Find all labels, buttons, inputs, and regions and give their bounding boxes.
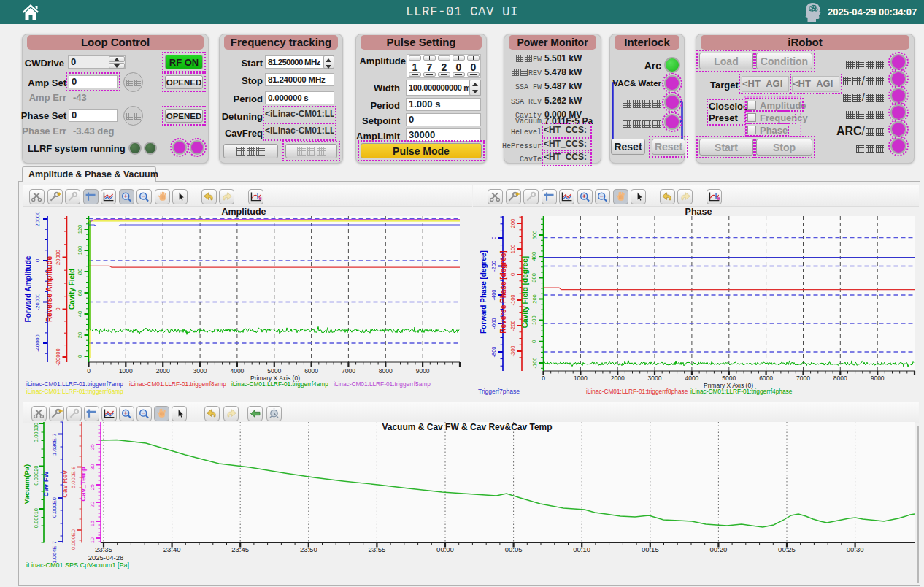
svg-text:100: 100	[77, 246, 83, 256]
svg-text:80: 80	[77, 269, 83, 275]
svg-text:0: 0	[542, 375, 545, 382]
svg-text:00:05: 00:05	[505, 545, 523, 553]
svg-text:1000: 1000	[119, 367, 133, 375]
svg-text:25: 25	[89, 484, 96, 490]
svg-text:0.00010: 0.00010	[33, 508, 39, 528]
svg-text:Forward Phase [degree]: Forward Phase [degree]	[480, 250, 488, 334]
svg-text:Vacuum(Pa): Vacuum(Pa)	[23, 464, 31, 504]
svg-text:5.000E-8: 5.000E-8	[70, 467, 77, 488]
svg-text:20000: 20000	[55, 250, 61, 265]
svg-text:Cav_Temp: Cav_Temp	[79, 467, 87, 502]
svg-text:0.000E0: 0.000E0	[51, 497, 58, 518]
svg-text:4000: 4000	[230, 367, 244, 375]
svg-text:0: 0	[77, 355, 83, 358]
svg-text:-100: -100	[509, 294, 516, 305]
svg-text:9000: 9000	[871, 375, 885, 382]
svg-text:00:00: 00:00	[436, 545, 454, 553]
svg-text:23:40: 23:40	[163, 545, 181, 553]
svg-text:0.00030: 0.00030	[33, 423, 39, 442]
svg-text:20000: 20000	[34, 212, 41, 227]
svg-text:iLinac-CM01:LLRF-01:triggerrf8: iLinac-CM01:LLRF-01:triggerrf8amp	[129, 380, 226, 388]
svg-text:23:35: 23:35	[95, 545, 112, 553]
svg-text:20: 20	[89, 502, 96, 507]
svg-text:0: 0	[34, 259, 41, 262]
svg-text:2025-04-28: 2025-04-28	[88, 553, 124, 561]
svg-text:Cav FW: Cav FW	[42, 472, 50, 497]
svg-text:30: 30	[89, 464, 96, 470]
svg-text:300: 300	[531, 273, 538, 283]
svg-text:-800: -800	[490, 346, 497, 357]
svg-text:3000: 3000	[648, 375, 662, 382]
svg-text:00:15: 00:15	[642, 545, 659, 553]
svg-text:-20000: -20000	[55, 348, 61, 365]
svg-text:Phase: Phase	[685, 207, 712, 217]
svg-text:400: 400	[531, 252, 538, 261]
svg-text:0: 0	[531, 340, 538, 343]
svg-text:100: 100	[531, 315, 538, 325]
svg-text:00:25: 00:25	[778, 545, 796, 553]
svg-text:60: 60	[77, 290, 83, 296]
svg-text:-100: -100	[531, 357, 538, 368]
svg-text:15: 15	[89, 521, 96, 526]
svg-text:-40000: -40000	[34, 334, 41, 351]
svg-text:Reverse Amplitude: Reverse Amplitude	[45, 256, 53, 322]
svg-text:-400: -400	[490, 289, 497, 300]
svg-text:iLinac-CM01:LLRF-01:triggerrf5: iLinac-CM01:LLRF-01:triggerrf5amp	[334, 380, 431, 388]
svg-text:Cav Rev: Cav Rev	[61, 470, 69, 498]
svg-text:00:30: 00:30	[847, 545, 864, 553]
svg-text:iLinac-CM01:LLRF-01:triggerrf8: iLinac-CM01:LLRF-01:triggerrf8phase	[586, 388, 688, 395]
svg-text:2000: 2000	[156, 367, 170, 375]
svg-text:0.000E0: 0.000E0	[70, 529, 77, 550]
svg-text:Cavity Field [degree]: Cavity Field [degree]	[521, 256, 529, 328]
svg-text:200: 200	[531, 294, 538, 304]
svg-text:-300: -300	[509, 345, 516, 356]
svg-text:120: 120	[77, 225, 83, 234]
svg-text:-200: -200	[490, 261, 497, 272]
svg-text:200: 200	[509, 219, 516, 229]
svg-text:10: 10	[89, 537, 96, 543]
svg-text:8000: 8000	[379, 367, 393, 375]
svg-text:Forward Amplitude: Forward Amplitude	[24, 256, 32, 322]
svg-text:2000: 2000	[611, 375, 625, 382]
svg-text:7000: 7000	[342, 367, 355, 375]
svg-text:9000: 9000	[416, 367, 430, 375]
svg-text:1000: 1000	[574, 375, 588, 382]
svg-text:Triggerf7phase: Triggerf7phase	[478, 388, 520, 395]
svg-text:0: 0	[509, 273, 516, 276]
svg-text:20: 20	[77, 332, 83, 338]
svg-text:23:55: 23:55	[369, 545, 386, 553]
svg-text:6000: 6000	[759, 375, 773, 382]
svg-text:500: 500	[531, 231, 538, 240]
svg-text:0.00020: 0.00020	[33, 466, 39, 486]
svg-text:iLinac-CM01:LLRF-01:triggerrf6: iLinac-CM01:LLRF-01:triggerrf6amp	[26, 388, 123, 395]
svg-text:00:20: 00:20	[710, 545, 728, 553]
svg-text:100: 100	[509, 245, 516, 254]
svg-text:-20000: -20000	[34, 294, 41, 310]
svg-text:6000: 6000	[304, 367, 318, 375]
svg-text:35: 35	[89, 444, 96, 450]
svg-text:iLinac-CM01:LLRF-01:triggerrf4: iLinac-CM01:LLRF-01:triggerrf4phase	[690, 388, 793, 395]
svg-text:Reverse Phase [degree]: Reverse Phase [degree]	[499, 250, 507, 333]
svg-text:23:45: 23:45	[231, 545, 249, 553]
svg-text:-200: -200	[509, 320, 516, 331]
svg-text:Amplitude: Amplitude	[221, 207, 266, 217]
svg-text:40: 40	[77, 311, 83, 317]
svg-text:iLinac-CM01:LLRF-01:triggerrf7: iLinac-CM01:LLRF-01:triggerrf7amp	[26, 380, 123, 388]
svg-text:5000: 5000	[722, 375, 736, 382]
svg-text:0: 0	[87, 367, 91, 375]
svg-text:00:10: 00:10	[573, 545, 590, 553]
svg-text:Vacuum & Cav FW & Cav Rev&Cav: Vacuum & Cav FW & Cav Rev&Cav Temp	[382, 422, 552, 432]
svg-text:3000: 3000	[193, 367, 207, 375]
svg-text:Cavity Field: Cavity Field	[68, 269, 76, 310]
svg-text:8000: 8000	[833, 375, 847, 382]
svg-text:5000: 5000	[267, 367, 281, 375]
svg-text:0: 0	[55, 307, 61, 310]
svg-text:iLinac-CM01:LLRF-01:triggerrf4: iLinac-CM01:LLRF-01:triggerrf4amp	[231, 380, 328, 388]
svg-text:iLinac-CM01:SPS:CpVacuum1 [Pa]: iLinac-CM01:SPS:CpVacuum1 [Pa]	[26, 561, 129, 569]
svg-text:23:50: 23:50	[300, 545, 317, 553]
svg-text:7000: 7000	[796, 375, 810, 382]
svg-text:-600: -600	[490, 318, 497, 329]
svg-text:4000: 4000	[685, 375, 698, 382]
svg-text:1.636E-7: 1.636E-7	[51, 434, 58, 456]
svg-text:0: 0	[490, 237, 497, 239]
